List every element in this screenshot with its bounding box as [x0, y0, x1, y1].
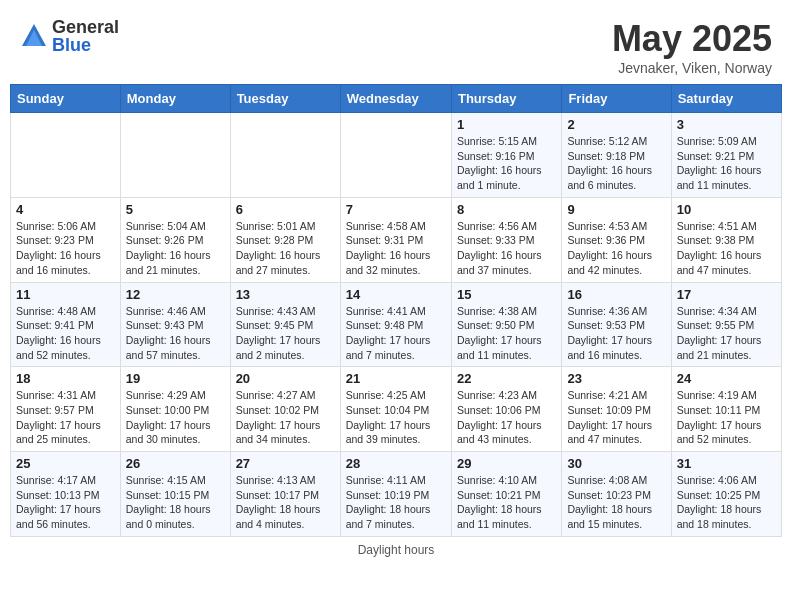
calendar-week-row: 25Sunrise: 4:17 AM Sunset: 10:13 PM Dayl…: [11, 452, 782, 537]
page-header: General Blue May 2025 Jevnaker, Viken, N…: [10, 10, 782, 80]
calendar-cell: 17Sunrise: 4:34 AM Sunset: 9:55 PM Dayli…: [671, 282, 781, 367]
calendar-cell: 10Sunrise: 4:51 AM Sunset: 9:38 PM Dayli…: [671, 197, 781, 282]
day-number: 18: [16, 371, 115, 386]
calendar-cell: 11Sunrise: 4:48 AM Sunset: 9:41 PM Dayli…: [11, 282, 121, 367]
calendar-cell: 20Sunrise: 4:27 AM Sunset: 10:02 PM Dayl…: [230, 367, 340, 452]
day-number: 13: [236, 287, 335, 302]
day-number: 27: [236, 456, 335, 471]
day-number: 21: [346, 371, 446, 386]
calendar-cell: 18Sunrise: 4:31 AM Sunset: 9:57 PM Dayli…: [11, 367, 121, 452]
day-number: 29: [457, 456, 556, 471]
calendar-cell: 2Sunrise: 5:12 AM Sunset: 9:18 PM Daylig…: [562, 113, 671, 198]
calendar-cell: 9Sunrise: 4:53 AM Sunset: 9:36 PM Daylig…: [562, 197, 671, 282]
day-info: Sunrise: 4:43 AM Sunset: 9:45 PM Dayligh…: [236, 304, 335, 363]
calendar-cell: 12Sunrise: 4:46 AM Sunset: 9:43 PM Dayli…: [120, 282, 230, 367]
calendar-header-row: SundayMondayTuesdayWednesdayThursdayFrid…: [11, 85, 782, 113]
day-number: 10: [677, 202, 776, 217]
day-info: Sunrise: 4:34 AM Sunset: 9:55 PM Dayligh…: [677, 304, 776, 363]
day-of-week-header: Saturday: [671, 85, 781, 113]
day-info: Sunrise: 4:17 AM Sunset: 10:13 PM Daylig…: [16, 473, 115, 532]
day-info: Sunrise: 5:01 AM Sunset: 9:28 PM Dayligh…: [236, 219, 335, 278]
calendar-cell: [230, 113, 340, 198]
day-number: 2: [567, 117, 665, 132]
day-info: Sunrise: 4:10 AM Sunset: 10:21 PM Daylig…: [457, 473, 556, 532]
day-number: 6: [236, 202, 335, 217]
day-number: 9: [567, 202, 665, 217]
calendar-cell: 23Sunrise: 4:21 AM Sunset: 10:09 PM Dayl…: [562, 367, 671, 452]
calendar-week-row: 18Sunrise: 4:31 AM Sunset: 9:57 PM Dayli…: [11, 367, 782, 452]
calendar-cell: 5Sunrise: 5:04 AM Sunset: 9:26 PM Daylig…: [120, 197, 230, 282]
day-number: 25: [16, 456, 115, 471]
day-info: Sunrise: 4:08 AM Sunset: 10:23 PM Daylig…: [567, 473, 665, 532]
day-number: 28: [346, 456, 446, 471]
day-info: Sunrise: 4:11 AM Sunset: 10:19 PM Daylig…: [346, 473, 446, 532]
day-info: Sunrise: 5:12 AM Sunset: 9:18 PM Dayligh…: [567, 134, 665, 193]
day-of-week-header: Wednesday: [340, 85, 451, 113]
day-number: 12: [126, 287, 225, 302]
day-info: Sunrise: 4:13 AM Sunset: 10:17 PM Daylig…: [236, 473, 335, 532]
logo-blue-text: Blue: [52, 36, 119, 54]
calendar-cell: 8Sunrise: 4:56 AM Sunset: 9:33 PM Daylig…: [451, 197, 561, 282]
calendar-cell: 25Sunrise: 4:17 AM Sunset: 10:13 PM Dayl…: [11, 452, 121, 537]
day-number: 14: [346, 287, 446, 302]
calendar-cell: 13Sunrise: 4:43 AM Sunset: 9:45 PM Dayli…: [230, 282, 340, 367]
day-number: 31: [677, 456, 776, 471]
calendar-cell: 21Sunrise: 4:25 AM Sunset: 10:04 PM Dayl…: [340, 367, 451, 452]
day-number: 30: [567, 456, 665, 471]
calendar-cell: 31Sunrise: 4:06 AM Sunset: 10:25 PM Dayl…: [671, 452, 781, 537]
day-number: 20: [236, 371, 335, 386]
day-info: Sunrise: 5:09 AM Sunset: 9:21 PM Dayligh…: [677, 134, 776, 193]
day-info: Sunrise: 4:21 AM Sunset: 10:09 PM Daylig…: [567, 388, 665, 447]
calendar-week-row: 4Sunrise: 5:06 AM Sunset: 9:23 PM Daylig…: [11, 197, 782, 282]
day-number: 17: [677, 287, 776, 302]
calendar-cell: 27Sunrise: 4:13 AM Sunset: 10:17 PM Dayl…: [230, 452, 340, 537]
day-info: Sunrise: 4:56 AM Sunset: 9:33 PM Dayligh…: [457, 219, 556, 278]
day-info: Sunrise: 5:04 AM Sunset: 9:26 PM Dayligh…: [126, 219, 225, 278]
day-of-week-header: Monday: [120, 85, 230, 113]
day-number: 8: [457, 202, 556, 217]
day-info: Sunrise: 4:27 AM Sunset: 10:02 PM Daylig…: [236, 388, 335, 447]
title-block: May 2025 Jevnaker, Viken, Norway: [612, 18, 772, 76]
month-title: May 2025: [612, 18, 772, 60]
calendar-week-row: 1Sunrise: 5:15 AM Sunset: 9:16 PM Daylig…: [11, 113, 782, 198]
day-info: Sunrise: 4:53 AM Sunset: 9:36 PM Dayligh…: [567, 219, 665, 278]
day-of-week-header: Friday: [562, 85, 671, 113]
day-info: Sunrise: 4:25 AM Sunset: 10:04 PM Daylig…: [346, 388, 446, 447]
day-number: 7: [346, 202, 446, 217]
day-info: Sunrise: 5:06 AM Sunset: 9:23 PM Dayligh…: [16, 219, 115, 278]
calendar-cell: 3Sunrise: 5:09 AM Sunset: 9:21 PM Daylig…: [671, 113, 781, 198]
logo-general-text: General: [52, 18, 119, 36]
day-info: Sunrise: 4:06 AM Sunset: 10:25 PM Daylig…: [677, 473, 776, 532]
day-number: 26: [126, 456, 225, 471]
day-number: 15: [457, 287, 556, 302]
calendar-week-row: 11Sunrise: 4:48 AM Sunset: 9:41 PM Dayli…: [11, 282, 782, 367]
calendar-cell: 15Sunrise: 4:38 AM Sunset: 9:50 PM Dayli…: [451, 282, 561, 367]
logo: General Blue: [20, 18, 119, 54]
calendar-cell: 30Sunrise: 4:08 AM Sunset: 10:23 PM Dayl…: [562, 452, 671, 537]
day-of-week-header: Thursday: [451, 85, 561, 113]
day-number: 1: [457, 117, 556, 132]
calendar-table: SundayMondayTuesdayWednesdayThursdayFrid…: [10, 84, 782, 537]
day-info: Sunrise: 4:58 AM Sunset: 9:31 PM Dayligh…: [346, 219, 446, 278]
day-number: 4: [16, 202, 115, 217]
calendar-cell: 16Sunrise: 4:36 AM Sunset: 9:53 PM Dayli…: [562, 282, 671, 367]
day-of-week-header: Sunday: [11, 85, 121, 113]
day-info: Sunrise: 4:38 AM Sunset: 9:50 PM Dayligh…: [457, 304, 556, 363]
day-number: 23: [567, 371, 665, 386]
logo-text: General Blue: [52, 18, 119, 54]
day-info: Sunrise: 4:51 AM Sunset: 9:38 PM Dayligh…: [677, 219, 776, 278]
day-info: Sunrise: 4:41 AM Sunset: 9:48 PM Dayligh…: [346, 304, 446, 363]
day-info: Sunrise: 4:31 AM Sunset: 9:57 PM Dayligh…: [16, 388, 115, 447]
day-of-week-header: Tuesday: [230, 85, 340, 113]
day-number: 19: [126, 371, 225, 386]
calendar-cell: [11, 113, 121, 198]
calendar-cell: 14Sunrise: 4:41 AM Sunset: 9:48 PM Dayli…: [340, 282, 451, 367]
day-number: 16: [567, 287, 665, 302]
calendar-cell: 6Sunrise: 5:01 AM Sunset: 9:28 PM Daylig…: [230, 197, 340, 282]
day-number: 11: [16, 287, 115, 302]
calendar-cell: [340, 113, 451, 198]
calendar-cell: [120, 113, 230, 198]
calendar-cell: 4Sunrise: 5:06 AM Sunset: 9:23 PM Daylig…: [11, 197, 121, 282]
day-number: 3: [677, 117, 776, 132]
day-info: Sunrise: 4:29 AM Sunset: 10:00 PM Daylig…: [126, 388, 225, 447]
